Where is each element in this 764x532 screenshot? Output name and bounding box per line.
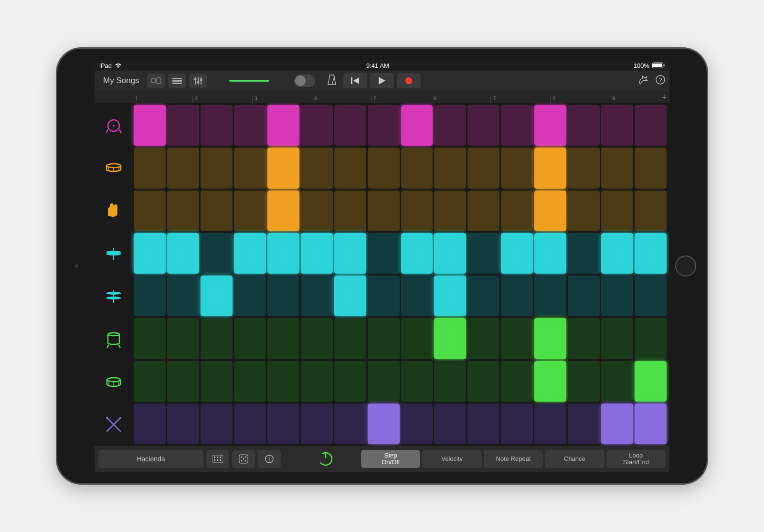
step-cell[interactable]	[635, 318, 667, 359]
step-cell[interactable]	[467, 318, 499, 359]
step-cell[interactable]	[534, 233, 566, 274]
rewind-button[interactable]	[343, 73, 367, 88]
step-cell[interactable]	[334, 276, 366, 316]
timeline-ruler[interactable]: 1 2 3 4 5 6 7 8 9 +	[95, 91, 669, 103]
step-cell[interactable]	[334, 148, 366, 188]
track-icon-snare[interactable]	[95, 146, 133, 189]
step-cell[interactable]	[601, 148, 633, 188]
power-button[interactable]	[311, 448, 340, 469]
step-cell[interactable]	[434, 191, 466, 231]
step-cell[interactable]	[501, 318, 533, 359]
step-cell[interactable]	[301, 276, 333, 316]
step-cell[interactable]	[434, 233, 466, 274]
step-cell[interactable]	[267, 191, 299, 231]
step-cell[interactable]	[501, 361, 533, 402]
track-icon-clap[interactable]	[95, 189, 133, 232]
metronome-button[interactable]	[327, 74, 337, 87]
step-cell[interactable]	[501, 105, 533, 146]
step-cell[interactable]	[267, 318, 299, 359]
step-cell[interactable]	[534, 361, 566, 402]
step-cell[interactable]	[201, 148, 233, 188]
step-cell[interactable]	[434, 105, 466, 146]
back-button[interactable]: My Songs	[98, 76, 144, 85]
step-cell[interactable]	[568, 191, 600, 231]
step-cell[interactable]	[568, 361, 600, 402]
step-cell[interactable]	[534, 191, 566, 231]
step-cell[interactable]	[267, 233, 299, 274]
step-cell[interactable]	[568, 404, 600, 444]
pattern-button[interactable]	[206, 450, 229, 468]
master-volume-slider[interactable]	[229, 80, 286, 82]
step-cell[interactable]	[167, 361, 199, 402]
mode-button[interactable]: Step On/Off	[361, 450, 420, 468]
step-cell[interactable]	[601, 318, 633, 359]
step-cell[interactable]	[568, 276, 600, 316]
randomize-button[interactable]	[232, 450, 255, 468]
step-cell[interactable]	[635, 105, 667, 146]
record-button[interactable]	[397, 73, 421, 88]
step-cell[interactable]	[201, 105, 233, 146]
step-cell[interactable]	[601, 105, 633, 146]
step-cell[interactable]	[401, 105, 433, 146]
step-cell[interactable]	[368, 404, 400, 444]
track-icon-kick[interactable]	[95, 103, 133, 146]
track-controls-button[interactable]	[189, 74, 207, 88]
step-cell[interactable]	[301, 318, 333, 359]
track-icon-tom-h[interactable]	[95, 361, 133, 404]
step-cell[interactable]	[201, 318, 233, 359]
step-cell[interactable]	[635, 404, 667, 444]
step-cell[interactable]	[267, 361, 299, 402]
tracks-view-button[interactable]	[168, 74, 186, 88]
track-icon-hihat-c[interactable]	[95, 232, 133, 275]
step-cell[interactable]	[434, 361, 466, 402]
step-cell[interactable]	[234, 404, 266, 444]
step-cell[interactable]	[534, 105, 566, 146]
step-cell[interactable]	[334, 105, 366, 146]
step-cell[interactable]	[568, 318, 600, 359]
step-cell[interactable]	[534, 148, 566, 188]
step-cell[interactable]	[167, 276, 199, 316]
step-cell[interactable]	[635, 361, 667, 402]
step-cell[interactable]	[601, 361, 633, 402]
step-cell[interactable]	[368, 191, 400, 231]
step-cell[interactable]	[601, 233, 633, 274]
step-cell[interactable]	[134, 318, 166, 359]
step-cell[interactable]	[467, 404, 499, 444]
settings-button[interactable]	[638, 74, 648, 87]
step-cell[interactable]	[134, 404, 166, 444]
step-cell[interactable]	[234, 361, 266, 402]
step-cell[interactable]	[267, 148, 299, 188]
step-cell[interactable]	[167, 148, 199, 188]
step-cell[interactable]	[267, 276, 299, 316]
step-cell[interactable]	[334, 318, 366, 359]
step-cell[interactable]	[601, 191, 633, 231]
step-cell[interactable]	[134, 361, 166, 402]
step-cell[interactable]	[635, 276, 667, 316]
step-cell[interactable]	[534, 276, 566, 316]
step-cell[interactable]	[635, 148, 667, 188]
step-cell[interactable]	[234, 233, 266, 274]
step-cell[interactable]	[601, 276, 633, 316]
step-cell[interactable]	[467, 148, 499, 188]
step-cell[interactable]	[134, 276, 166, 316]
step-cell[interactable]	[234, 318, 266, 359]
step-cell[interactable]	[234, 191, 266, 231]
step-cell[interactable]	[534, 318, 566, 359]
step-cell[interactable]	[401, 148, 433, 188]
step-cell[interactable]	[368, 148, 400, 188]
step-cell[interactable]	[467, 233, 499, 274]
track-icon-sticks[interactable]	[95, 403, 133, 446]
info-button[interactable]: i	[258, 450, 281, 468]
browser-view-button[interactable]	[147, 74, 165, 88]
step-cell[interactable]	[467, 276, 499, 316]
step-cell[interactable]	[401, 361, 433, 402]
step-cell[interactable]	[201, 276, 233, 316]
step-cell[interactable]	[267, 404, 299, 444]
step-cell[interactable]	[501, 191, 533, 231]
step-cell[interactable]	[501, 404, 533, 444]
step-cell[interactable]	[167, 191, 199, 231]
step-cell[interactable]	[134, 148, 166, 188]
step-cell[interactable]	[401, 233, 433, 274]
step-cell[interactable]	[467, 105, 499, 146]
step-cell[interactable]	[401, 191, 433, 231]
